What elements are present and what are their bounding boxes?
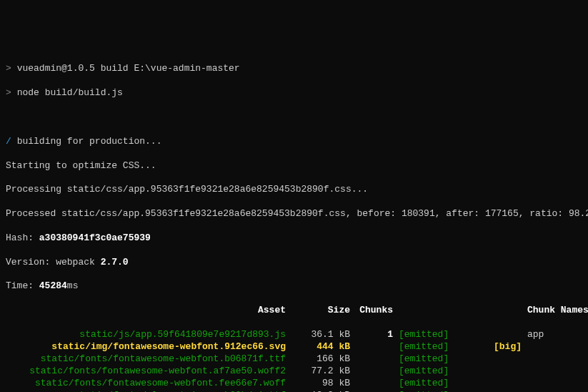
prompt-line-1: > vueadmin@1.0.5 build E:\vue-admin-mast…: [6, 63, 582, 75]
asset-name: static/fonts/element-icons.b02bdc1.ttf: [6, 390, 291, 393]
prompt-marker: >: [6, 63, 11, 74]
processed-line: Processed static/css/app.95363f1fe9321e2…: [6, 208, 582, 220]
big-label: [484, 353, 527, 366]
time-unit: ms: [67, 280, 79, 291]
asset-chunks: 1: [356, 329, 399, 341]
chunk-names: [527, 353, 588, 366]
time-label: Time:: [6, 280, 39, 291]
emitted-label: [emitted]: [399, 329, 484, 341]
building-text: building for production...: [17, 136, 162, 147]
asset-size: 166 kB: [291, 353, 356, 366]
emitted-label: [emitted]: [399, 390, 484, 393]
asset-name: static/img/fontawesome-webfont.912ec66.s…: [6, 341, 291, 353]
table-row: static/fonts/fontawesome-webfont.b06871f…: [6, 353, 582, 366]
table-row: static/fonts/fontawesome-webfont.af7ae50…: [6, 366, 582, 378]
asset-chunks: [356, 378, 399, 390]
asset-chunks: [356, 341, 399, 353]
asset-size: 77.2 kB: [291, 366, 356, 378]
version-line: Version: webpack 2.7.0: [6, 257, 582, 269]
header-asset: Asset: [6, 305, 291, 317]
table-row: static/img/fontawesome-webfont.912ec66.s…: [6, 341, 582, 353]
header-chunks: Chunks: [356, 305, 399, 317]
time-line: Time: 45284ms: [6, 280, 582, 293]
version-value: 2.7.0: [101, 257, 129, 268]
time-value: 45284: [39, 280, 67, 291]
asset-size: 98 kB: [291, 378, 356, 390]
big-label: [484, 378, 527, 390]
optimize-line: Starting to optimize CSS...: [6, 160, 582, 172]
header-emit: [399, 305, 484, 317]
asset-chunks: [356, 353, 399, 366]
header-big: [484, 305, 527, 317]
prompt-marker: >: [6, 87, 11, 98]
emitted-label: [emitted]: [399, 353, 484, 366]
table-row: static/fonts/fontawesome-webfont.fee66e7…: [6, 378, 582, 390]
table-header: Asset Size Chunks Chunk Names: [6, 305, 582, 317]
blank-line: [6, 112, 582, 124]
table-row: static/js/app.59f641809e7e9217d893.js36.…: [6, 329, 582, 341]
asset-name: static/js/app.59f641809e7e9217d893.js: [6, 329, 291, 341]
version-label: Version: webpack: [6, 257, 101, 268]
prompt-text: vueadmin@1.0.5 build E:\vue-admin-master: [17, 63, 240, 74]
emitted-label: [emitted]: [399, 378, 484, 390]
asset-size: 36.1 kB: [291, 329, 356, 341]
chunk-names: [527, 341, 588, 353]
table-body: static/js/app.59f641809e7e9217d893.js36.…: [6, 329, 582, 392]
spinner-icon: /: [6, 136, 11, 147]
asset-name: static/fonts/fontawesome-webfont.fee66e7…: [6, 378, 291, 390]
emitted-label: [emitted]: [399, 366, 484, 378]
big-label: [484, 366, 527, 378]
header-names: Chunk Names: [527, 305, 588, 317]
prompt-text: node build/build.js: [17, 87, 123, 98]
hash-value: a30380941f3c0ae75939: [39, 232, 151, 243]
asset-chunks: [356, 390, 399, 393]
asset-size: 444 kB: [291, 341, 356, 353]
big-label: [big]: [484, 341, 527, 353]
table-row: static/fonts/element-icons.b02bdc1.ttf13…: [6, 390, 582, 393]
emitted-label: [emitted]: [399, 341, 484, 353]
building-line: / building for production...: [6, 136, 582, 148]
chunk-names: app: [527, 329, 588, 341]
asset-chunks: [356, 366, 399, 378]
asset-size: 13.2 kB: [291, 390, 356, 393]
hash-line: Hash: a30380941f3c0ae75939: [6, 232, 582, 245]
hash-label: Hash:: [6, 232, 39, 243]
big-label: [484, 329, 527, 341]
asset-name: static/fonts/fontawesome-webfont.b06871f…: [6, 353, 291, 366]
chunk-names: [527, 378, 588, 390]
terminal-output: > vueadmin@1.0.5 build E:\vue-admin-mast…: [6, 52, 582, 392]
big-label: [484, 390, 527, 393]
prompt-line-2: > node build/build.js: [6, 87, 582, 99]
processing-line: Processing static/css/app.95363f1fe9321e…: [6, 184, 582, 196]
header-size: Size: [291, 305, 356, 317]
chunk-names: [527, 366, 588, 378]
chunk-names: [527, 390, 588, 393]
asset-name: static/fonts/fontawesome-webfont.af7ae50…: [6, 366, 291, 378]
